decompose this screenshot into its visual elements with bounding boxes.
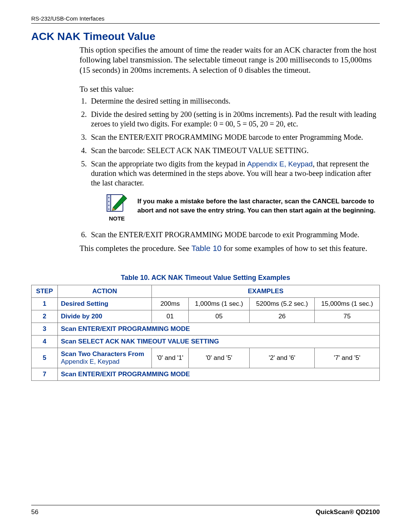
body-block: This option specifies the amount of time…: [80, 45, 380, 253]
svg-point-4: [108, 204, 109, 206]
step-6: Scan the ENTER/EXIT PROGRAMMING MODE bar…: [89, 230, 380, 240]
table-header-row: STEP ACTION EXAMPLES: [32, 285, 380, 298]
table-row: 7 Scan ENTER/EXIT PROGRAMMING MODE: [32, 368, 380, 381]
cell-action: Desired Setting: [58, 298, 152, 310]
step-1: Determine the desired setting in millise…: [89, 96, 380, 106]
footer-line: 56 QuickScan® QD2100: [31, 508, 380, 516]
cell-step: 4: [32, 335, 58, 348]
cell-action: Divide by 200: [58, 310, 152, 323]
table-row: 5 Scan Two Characters From Appendix E, K…: [32, 348, 380, 368]
svg-point-3: [108, 201, 109, 202]
cell-step: 1: [32, 298, 58, 310]
note-block: NOTE If you make a mistake before the la…: [105, 193, 380, 222]
cell-step: 3: [32, 323, 58, 335]
table-title: Table 10. ACK NAK Timeout Value Setting …: [31, 274, 380, 282]
cell-ex: 26: [250, 310, 315, 323]
cell-step: 2: [32, 310, 58, 323]
table-row: 2 Divide by 200 01 05 26 75: [32, 310, 380, 323]
table-section: Table 10. ACK NAK Timeout Value Setting …: [31, 274, 380, 381]
cell-ex: 200ms: [152, 298, 189, 310]
th-action: ACTION: [58, 285, 152, 298]
doc-name: QuickScan® QD2100: [316, 508, 380, 516]
cell-ex: 75: [315, 310, 380, 323]
note-text: If you make a mistake before the last ch…: [137, 193, 380, 215]
steps-list: Determine the desired setting in millise…: [89, 96, 380, 240]
cell-ex: 05: [188, 310, 249, 323]
footer-rule: [31, 505, 380, 505]
cell-ex: 1,000ms (1 sec.): [188, 298, 249, 310]
examples-table: STEP ACTION EXAMPLES 1 Desired Setting 2…: [31, 285, 380, 381]
note-label: NOTE: [109, 215, 125, 222]
header-rule: [31, 23, 380, 24]
lead-line: To set this value:: [80, 84, 380, 94]
appendix-e-link[interactable]: Appendix E, Keypad: [247, 160, 312, 168]
th-examples: EXAMPLES: [152, 285, 380, 298]
table-row: 4 Scan SELECT ACK NAK TIMEOUT VALUE SETT…: [32, 335, 380, 348]
th-step: STEP: [32, 285, 58, 298]
appendix-e-link-table[interactable]: Appendix E, Keypad: [61, 358, 119, 365]
cell-action-text: Scan Two Characters From: [61, 350, 144, 358]
svg-point-5: [108, 208, 109, 209]
closing-text-a: This completes the procedure. See: [80, 244, 191, 253]
intro-paragraph: This option specifies the amount of time…: [80, 45, 380, 75]
running-header: RS-232/USB-Com Interfaces: [31, 15, 380, 22]
closing-paragraph: This completes the procedure. See Table …: [80, 243, 380, 253]
cell-ex: 15,000ms (1 sec.): [315, 298, 380, 310]
cell-ex: '2' and '6': [250, 348, 315, 368]
step-3: Scan the ENTER/EXIT PROGRAMMING MODE bar…: [89, 133, 380, 142]
cell-ex: '7' and '5': [315, 348, 380, 368]
note-icon-column: NOTE: [105, 193, 128, 222]
step-2: Divide the desired setting by 200 (setti…: [89, 110, 380, 129]
step-4: Scan the barcode: SELECT ACK NAK TIMEOUT…: [89, 146, 380, 155]
closing-text-b: for some examples of how to set this fea…: [221, 244, 367, 253]
cell-ex: '0' and '1': [152, 348, 189, 368]
cell-action: Scan Two Characters From Appendix E, Key…: [58, 348, 152, 368]
note-icon: [105, 193, 128, 213]
table-row: 3 Scan ENTER/EXIT PROGRAMMING MODE: [32, 323, 380, 335]
cell-action-full: Scan SELECT ACK NAK TIMEOUT VALUE SETTIN…: [58, 335, 380, 348]
cell-step: 5: [32, 348, 58, 368]
page-number: 56: [31, 508, 38, 516]
section-title: ACK NAK Timeout Value: [31, 30, 380, 43]
cell-ex: '0' and '5': [188, 348, 249, 368]
cell-ex: 5200ms (5.2 sec.): [250, 298, 315, 310]
svg-point-2: [108, 197, 109, 198]
cell-action-full: Scan ENTER/EXIT PROGRAMMING MODE: [58, 323, 380, 335]
footer: 56 QuickScan® QD2100: [31, 505, 380, 516]
step-5-text-a: Scan the appropriate two digits from the…: [91, 160, 247, 168]
table-10-link[interactable]: Table 10: [191, 244, 221, 252]
cell-ex: 01: [152, 310, 189, 323]
cell-action-full: Scan ENTER/EXIT PROGRAMMING MODE: [58, 368, 380, 381]
page: RS-232/USB-Com Interfaces ACK NAK Timeou…: [0, 0, 411, 532]
cell-step: 7: [32, 368, 58, 381]
table-row: 1 Desired Setting 200ms 1,000ms (1 sec.)…: [32, 298, 380, 310]
step-5: Scan the appropriate two digits from the…: [89, 159, 380, 222]
